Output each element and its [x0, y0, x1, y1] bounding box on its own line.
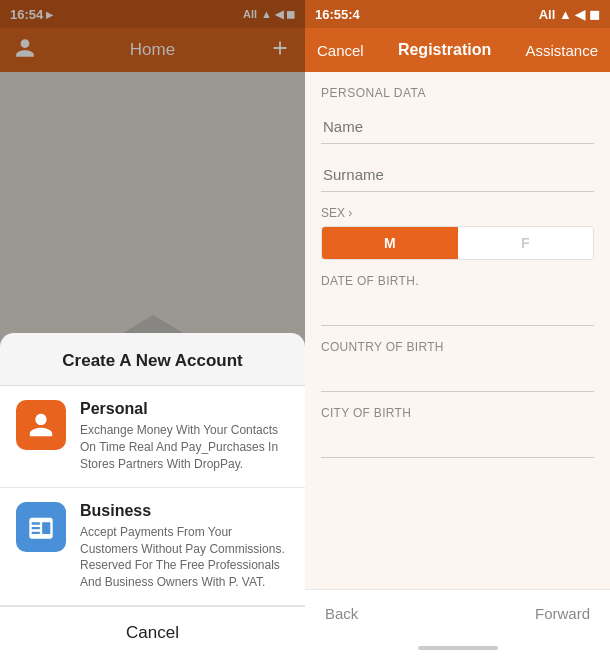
name-input[interactable]	[321, 110, 594, 144]
cob-input[interactable]	[321, 358, 594, 392]
forward-button[interactable]: Forward	[535, 605, 590, 622]
personal-desc: Exchange Money With Your Contacts On Tim…	[80, 422, 289, 472]
right-panel: 16:55:4 All ▲ ◀ ◼ Cancel Registration As…	[305, 0, 610, 659]
business-text: Business Accept Payments From Your Custo…	[80, 502, 289, 591]
cancel-button[interactable]: Cancel	[317, 42, 364, 59]
cob-label: COUNTRY OF BIRTH	[321, 340, 594, 354]
modal-cancel-button[interactable]: Cancel	[0, 606, 305, 659]
home-bar-right	[418, 646, 498, 650]
city-label: CITY OF BIRTH	[321, 406, 594, 420]
sex-toggle: M F	[321, 226, 594, 260]
left-panel: 16:54 ▸ All ▲ ◀ ◼ Home	[0, 0, 305, 659]
assistance-button[interactable]: Assistance	[525, 42, 598, 59]
bottom-nav-right: Back Forward	[305, 589, 610, 637]
nav-title-right: Registration	[398, 41, 491, 59]
home-indicator-right	[305, 637, 610, 659]
section-label: PERSONAL DATA	[321, 86, 594, 100]
modal-title: Create A New Account	[0, 333, 305, 386]
business-title: Business	[80, 502, 289, 520]
dob-label: DATE OF BIRTH.	[321, 274, 594, 288]
back-button[interactable]: Back	[325, 605, 358, 622]
personal-icon	[16, 400, 66, 450]
personal-title: Personal	[80, 400, 289, 418]
modal-overlay: Create A New Account Personal Exchange M…	[0, 0, 305, 659]
business-desc: Accept Payments From Your Customers With…	[80, 524, 289, 591]
registration-form: PERSONAL DATA SEX › M F DATE OF BIRTH. C…	[305, 72, 610, 589]
business-icon	[16, 502, 66, 552]
signal-icons-right: All ▲ ◀ ◼	[539, 7, 600, 22]
dob-input[interactable]	[321, 292, 594, 326]
modal-sheet: Create A New Account Personal Exchange M…	[0, 333, 305, 659]
nav-bar-right: Cancel Registration Assistance	[305, 28, 610, 72]
sex-label: SEX ›	[321, 206, 594, 220]
status-bar-right: 16:55:4 All ▲ ◀ ◼	[305, 0, 610, 28]
sex-male-button[interactable]: M	[322, 227, 458, 259]
city-input[interactable]	[321, 424, 594, 458]
personal-text: Personal Exchange Money With Your Contac…	[80, 400, 289, 472]
surname-input[interactable]	[321, 158, 594, 192]
personal-option[interactable]: Personal Exchange Money With Your Contac…	[0, 386, 305, 487]
sex-female-button[interactable]: F	[458, 227, 594, 259]
business-option[interactable]: Business Accept Payments From Your Custo…	[0, 488, 305, 606]
time-right: 16:55:4	[315, 7, 360, 22]
